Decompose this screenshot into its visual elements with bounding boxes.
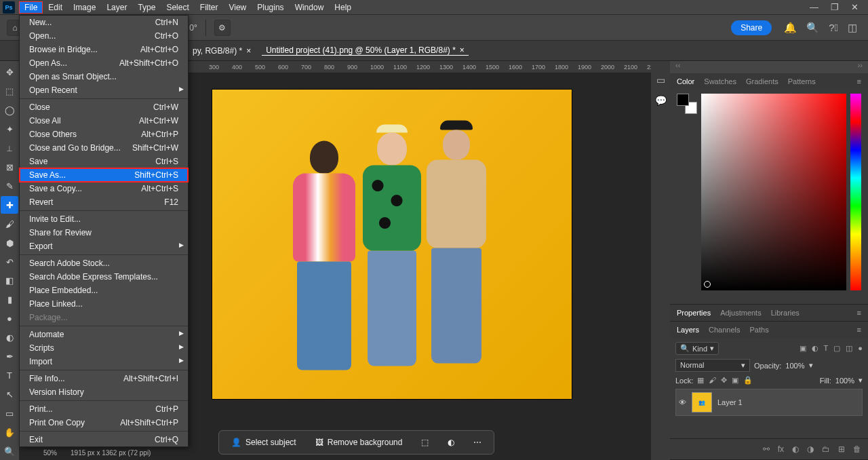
menu-item-close-others[interactable]: Close OthersAlt+Ctrl+P (20, 128, 188, 141)
menu-item-search-adobe-express-templates[interactable]: Search Adobe Express Templates... (20, 270, 188, 284)
menu-select[interactable]: Select (161, 1, 194, 14)
zoom-tool-icon[interactable]: 🔍 (1, 442, 18, 460)
hand-tool-icon[interactable]: ✋ (1, 423, 18, 441)
dodge-tool-icon[interactable]: ◐ (1, 329, 18, 347)
tab-libraries[interactable]: Libraries (771, 309, 800, 317)
history-brush-icon[interactable]: ↶ (1, 253, 18, 271)
hue-slider[interactable] (850, 94, 861, 290)
expand-icon[interactable]: ›› (858, 61, 863, 73)
lock-trans-icon[interactable]: ▦ (697, 376, 704, 385)
heal-tool-icon[interactable]: ✚ (1, 196, 18, 214)
fx-icon[interactable]: fx (778, 444, 784, 454)
layer-item[interactable]: 👁 👥 Layer 1 (675, 389, 863, 416)
menu-item-automate[interactable]: Automate▶ (20, 328, 188, 341)
menu-item-open-recent[interactable]: Open Recent▶ (20, 83, 188, 97)
stamp-tool-icon[interactable]: ⬢ (1, 234, 18, 252)
menu-item-export[interactable]: Export▶ (20, 239, 188, 253)
tab-color[interactable]: Color (677, 77, 694, 85)
document-tab-active[interactable]: Untitled project (41).png @ 50% (Layer 1… (262, 45, 469, 56)
marquee-tool-icon[interactable]: ⬚ (1, 83, 18, 100)
menu-item-place-linked[interactable]: Place Linked... (20, 297, 188, 311)
document-tab[interactable]: py, RGB/8#) *× (189, 46, 255, 56)
filter-shape-icon[interactable]: ▢ (833, 344, 840, 353)
menu-item-open[interactable]: Open...Ctrl+O (20, 29, 188, 43)
settings-gear-icon[interactable]: ⚙ (214, 20, 231, 36)
comments-panel-icon[interactable]: 💬 (655, 95, 667, 106)
tab-paths[interactable]: Paths (750, 326, 769, 334)
menu-item-version-history[interactable]: Version History (20, 385, 188, 399)
type-tool-icon[interactable]: T (1, 367, 18, 385)
layer-thumbnail[interactable]: 👥 (692, 392, 712, 413)
remove-background-button[interactable]: 🖼 Remove background (310, 435, 408, 450)
mask-icon[interactable]: ◐ (792, 444, 799, 454)
shape-tool-icon[interactable]: ▭ (1, 404, 18, 422)
menu-item-invite-to-edit[interactable]: Invite to Edit... (20, 212, 188, 226)
lock-all-icon[interactable]: 🔒 (743, 376, 753, 385)
filter-toggle-icon[interactable]: ● (858, 344, 863, 353)
brush-tool-icon[interactable]: 🖌 (1, 215, 18, 233)
menu-file[interactable]: File (19, 1, 43, 14)
panel-menu-icon[interactable]: ≡ (857, 326, 861, 334)
close-icon[interactable]: ✕ (851, 2, 859, 12)
move-tool-icon[interactable]: ✥ (1, 64, 18, 81)
menu-item-place-embedded[interactable]: Place Embedded... (20, 284, 188, 297)
menu-item-search-adobe-stock[interactable]: Search Adobe Stock... (20, 256, 188, 270)
lock-artboard-icon[interactable]: ▣ (732, 376, 738, 385)
menu-window[interactable]: Window (290, 1, 330, 14)
filter-adjust-icon[interactable]: ◐ (812, 344, 818, 353)
angle-value[interactable]: 0° (189, 23, 197, 33)
collapse-icon[interactable]: ‹‹ (675, 61, 680, 73)
menu-item-print[interactable]: Print...Ctrl+P (20, 402, 188, 416)
eraser-tool-icon[interactable]: ◧ (1, 272, 18, 290)
tab-swatches[interactable]: Swatches (704, 77, 736, 85)
menu-item-save-a-copy[interactable]: Save a Copy...Alt+Ctrl+S (20, 182, 188, 195)
more-icon[interactable]: ⋯ (468, 435, 487, 450)
crop-tool-icon[interactable]: ⟂ (1, 140, 18, 157)
tab-adjustments[interactable]: Adjustments (720, 309, 762, 317)
zoom-value[interactable]: 50% (43, 449, 57, 460)
gradient-tool-icon[interactable]: ▮ (1, 291, 18, 309)
close-tab-icon[interactable]: × (460, 45, 465, 55)
wand-tool-icon[interactable]: ✦ (1, 121, 18, 138)
new-layer-icon[interactable]: ⊞ (838, 444, 845, 454)
fill-value[interactable]: 100% (835, 377, 854, 385)
group-icon[interactable]: 🗀 (822, 444, 830, 454)
menu-item-revert[interactable]: RevertF12 (20, 195, 188, 209)
menu-item-close[interactable]: CloseCtrl+W (20, 100, 188, 114)
canvas[interactable] (212, 90, 572, 399)
adjustment-layer-icon[interactable]: ◑ (807, 444, 814, 454)
panel-menu-icon[interactable]: ≡ (857, 309, 861, 317)
visibility-icon[interactable]: 👁 (679, 398, 686, 406)
panel-menu-icon[interactable]: ≡ (857, 77, 861, 85)
menu-item-close-and-go-to-bridge[interactable]: Close and Go to Bridge...Shift+Ctrl+W (20, 141, 188, 155)
tab-gradients[interactable]: Gradients (746, 77, 778, 85)
select-subject-button[interactable]: 👤 Select subject (226, 435, 302, 450)
menu-view[interactable]: View (223, 1, 252, 14)
menu-item-open-as[interactable]: Open As...Alt+Shift+Ctrl+O (20, 56, 188, 70)
lock-pos-icon[interactable]: ✥ (721, 376, 727, 385)
menu-item-save-as[interactable]: Save As...Shift+Ctrl+S (20, 168, 188, 182)
filter-pixel-icon[interactable]: ▣ (800, 344, 806, 353)
link-layers-icon[interactable]: ⚯ (763, 444, 770, 454)
adjust-icon[interactable]: ◐ (442, 435, 460, 450)
minimize-icon[interactable]: — (810, 2, 818, 12)
menu-edit[interactable]: Edit (43, 1, 68, 14)
menu-item-save[interactable]: SaveCtrl+S (20, 155, 188, 168)
menu-image[interactable]: Image (68, 1, 101, 14)
path-tool-icon[interactable]: ↖ (1, 385, 18, 403)
menu-layer[interactable]: Layer (101, 1, 132, 14)
menu-item-browse-in-bridge[interactable]: Browse in Bridge...Alt+Ctrl+O (20, 43, 188, 56)
search-icon[interactable]: 🔍 (806, 22, 819, 34)
share-button[interactable]: Share (731, 20, 772, 35)
pen-tool-icon[interactable]: ✒ (1, 348, 18, 366)
workspace-icon[interactable]: ◫ (848, 22, 857, 34)
menu-item-scripts[interactable]: Scripts▶ (20, 341, 188, 355)
lock-brush-icon[interactable]: 🖌 (709, 376, 716, 385)
menu-item-print-one-copy[interactable]: Print One CopyAlt+Shift+Ctrl+P (20, 416, 188, 429)
tab-layers[interactable]: Layers (677, 326, 699, 334)
menu-item-new[interactable]: New...Ctrl+N (20, 16, 188, 29)
blend-mode-select[interactable]: Normal▾ (675, 359, 750, 372)
menu-item-share-for-review[interactable]: Share for Review (20, 226, 188, 239)
menu-item-import[interactable]: Import▶ (20, 355, 188, 368)
tab-patterns[interactable]: Patterns (788, 77, 816, 85)
